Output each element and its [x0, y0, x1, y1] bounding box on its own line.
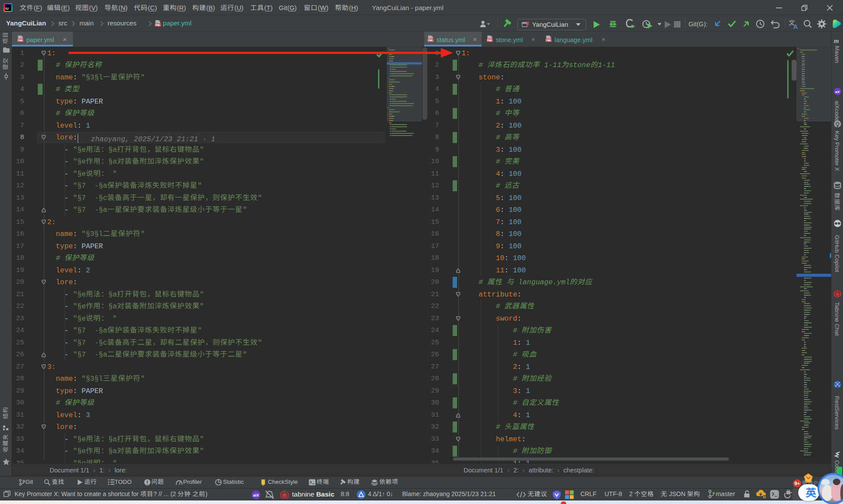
svg-text:aiX: aiX	[253, 493, 259, 497]
